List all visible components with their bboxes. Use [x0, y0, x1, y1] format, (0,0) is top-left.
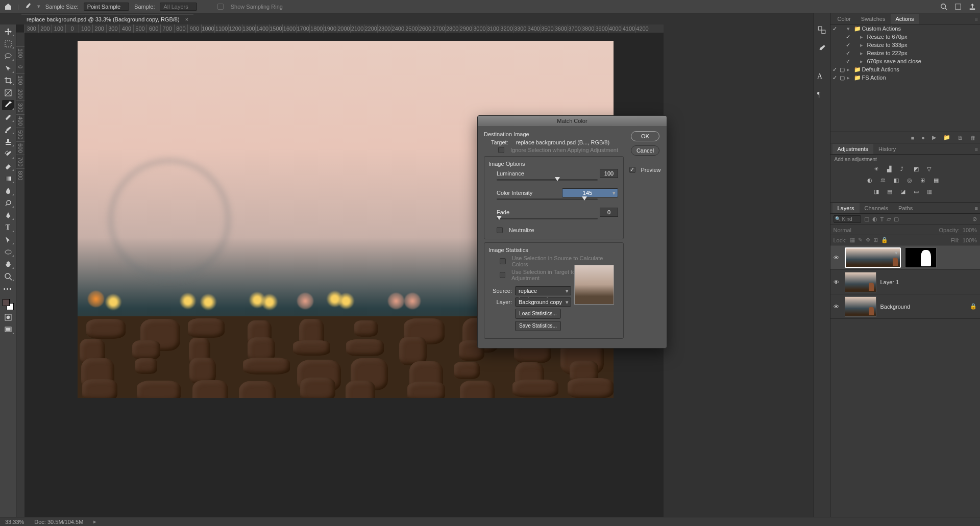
- luminance-input[interactable]: 100: [600, 169, 618, 178]
- lock-artboard-icon[interactable]: ⊞: [873, 237, 878, 243]
- eyedropper-tool[interactable]: [2, 100, 14, 110]
- action-item[interactable]: ▸Resize to 222px: [830, 49, 981, 57]
- marquee-tool[interactable]: [2, 39, 14, 49]
- panel-menu-icon[interactable]: ≡: [975, 16, 978, 22]
- trash-icon[interactable]: 🗑: [970, 135, 976, 141]
- character-panel-icon[interactable]: A: [817, 72, 826, 82]
- posterize-icon[interactable]: ▤: [887, 188, 896, 196]
- visibility-icon[interactable]: 👁: [834, 255, 841, 261]
- threshold-icon[interactable]: ◪: [900, 188, 910, 196]
- gradientmap-icon[interactable]: ▭: [914, 188, 923, 196]
- layer-thumb[interactable]: [845, 296, 876, 317]
- layer-row-background[interactable]: 👁 Background 🔒: [830, 294, 981, 319]
- type-tool[interactable]: T: [2, 222, 14, 233]
- eraser-tool[interactable]: [2, 161, 14, 171]
- new-set-icon[interactable]: 📁: [943, 134, 950, 141]
- levels-icon[interactable]: ▟: [887, 166, 896, 174]
- document-tab[interactable]: replace background.psd @ 33.3% (Backgrou…: [21, 14, 193, 24]
- layer-dropdown[interactable]: Background copy: [515, 297, 571, 307]
- dodge-tool[interactable]: [2, 198, 14, 208]
- tab-channels[interactable]: Channels: [860, 203, 893, 213]
- layer-row-background-copy[interactable]: 👁: [830, 245, 981, 270]
- brush-panel-icon[interactable]: [817, 44, 826, 53]
- play-icon[interactable]: ▶: [932, 134, 936, 141]
- status-arrow-icon[interactable]: ▸: [93, 518, 96, 525]
- sample-dropdown[interactable]: All Layers: [160, 3, 197, 11]
- show-sampling-ring-checkbox[interactable]: [217, 4, 224, 10]
- colorbalance-icon[interactable]: ⚖: [880, 177, 890, 185]
- selectivecolor-icon[interactable]: ▥: [927, 188, 936, 196]
- curves-icon[interactable]: ⤴: [900, 166, 910, 174]
- healing-tool[interactable]: [2, 112, 14, 122]
- brush-tool[interactable]: [2, 124, 14, 135]
- bw-icon[interactable]: ◧: [894, 177, 903, 185]
- home-icon[interactable]: [4, 3, 12, 11]
- layer-thumb[interactable]: [845, 247, 901, 268]
- visibility-icon[interactable]: 👁: [834, 279, 841, 285]
- layer-name[interactable]: Layer 1: [880, 279, 977, 285]
- quickmask-toggle[interactable]: [2, 312, 14, 322]
- new-action-icon[interactable]: 🗎: [958, 135, 963, 141]
- crop-tool[interactable]: [2, 76, 14, 86]
- hue-icon[interactable]: ◐: [867, 177, 876, 185]
- neutralize-checkbox[interactable]: [497, 227, 503, 233]
- action-folder-default[interactable]: ▢▸📁Default Actions: [830, 65, 981, 73]
- action-item[interactable]: ▸670px save and close: [830, 57, 981, 65]
- workspace-icon[interactable]: [954, 3, 962, 10]
- exposure-icon[interactable]: ◩: [914, 166, 923, 174]
- fill-value[interactable]: 100%: [963, 237, 977, 243]
- move-tool[interactable]: [2, 27, 14, 37]
- close-tab-icon[interactable]: ×: [185, 16, 188, 22]
- blend-mode-dropdown[interactable]: Normal: [834, 227, 851, 233]
- pen-tool[interactable]: [2, 210, 14, 220]
- gradient-tool[interactable]: [2, 173, 14, 184]
- hand-tool[interactable]: [2, 259, 14, 269]
- record-icon[interactable]: ●: [921, 135, 925, 141]
- tab-color[interactable]: Color: [832, 14, 856, 24]
- load-statistics-button[interactable]: Load Statistics...: [515, 309, 561, 319]
- lasso-tool[interactable]: [2, 51, 14, 61]
- visibility-icon[interactable]: 👁: [834, 304, 841, 310]
- tab-actions[interactable]: Actions: [891, 14, 919, 24]
- fade-input[interactable]: 0: [600, 208, 618, 217]
- share-icon[interactable]: [969, 3, 976, 10]
- lock-position-icon[interactable]: ✥: [866, 237, 870, 243]
- filter-type-icon[interactable]: T: [880, 216, 884, 222]
- filter-toggle[interactable]: ⊘: [972, 216, 977, 222]
- search-icon[interactable]: [940, 3, 947, 10]
- panel-menu-icon[interactable]: ≡: [975, 146, 978, 152]
- lock-all-icon[interactable]: 🔒: [881, 237, 888, 243]
- layer-name[interactable]: Background: [880, 304, 966, 310]
- edit-toolbar[interactable]: •••: [2, 284, 14, 294]
- filter-smart-icon[interactable]: ▢: [894, 216, 899, 222]
- tab-paths[interactable]: Paths: [893, 203, 918, 213]
- opacity-value[interactable]: 100%: [963, 227, 977, 233]
- frame-tool[interactable]: [2, 88, 14, 98]
- stop-icon[interactable]: ■: [911, 135, 915, 141]
- save-statistics-button[interactable]: Save Statistics...: [515, 321, 561, 331]
- preview-checkbox[interactable]: [629, 167, 635, 173]
- color-intensity-input[interactable]: 145: [562, 188, 618, 197]
- zoom-level[interactable]: 33.33%: [5, 519, 24, 525]
- path-select-tool[interactable]: [2, 235, 14, 245]
- lock-pixels-icon[interactable]: ✎: [858, 237, 863, 243]
- luminance-slider[interactable]: [497, 178, 618, 185]
- panel-menu-icon[interactable]: ≡: [975, 205, 978, 211]
- action-item[interactable]: ▸Resize to 333px: [830, 41, 981, 49]
- cancel-button[interactable]: Cancel: [631, 145, 659, 156]
- history-brush-tool[interactable]: [2, 149, 14, 159]
- color-picker-icon[interactable]: [817, 26, 826, 35]
- colorlookup-icon[interactable]: ▦: [934, 177, 943, 185]
- color-intensity-slider[interactable]: [497, 197, 618, 205]
- ok-button[interactable]: OK: [631, 131, 659, 141]
- stamp-tool[interactable]: [2, 137, 14, 147]
- filter-shape-icon[interactable]: ▱: [887, 216, 891, 222]
- fade-slider[interactable]: [497, 217, 618, 224]
- sample-size-dropdown[interactable]: Point Sample: [84, 3, 129, 11]
- color-swatches[interactable]: [3, 299, 14, 310]
- invert-icon[interactable]: ◨: [874, 188, 883, 196]
- paragraph-panel-icon[interactable]: ¶: [817, 91, 826, 100]
- quick-select-tool[interactable]: [2, 63, 14, 73]
- tab-history[interactable]: History: [873, 144, 901, 154]
- vibrance-icon[interactable]: ▽: [927, 166, 936, 174]
